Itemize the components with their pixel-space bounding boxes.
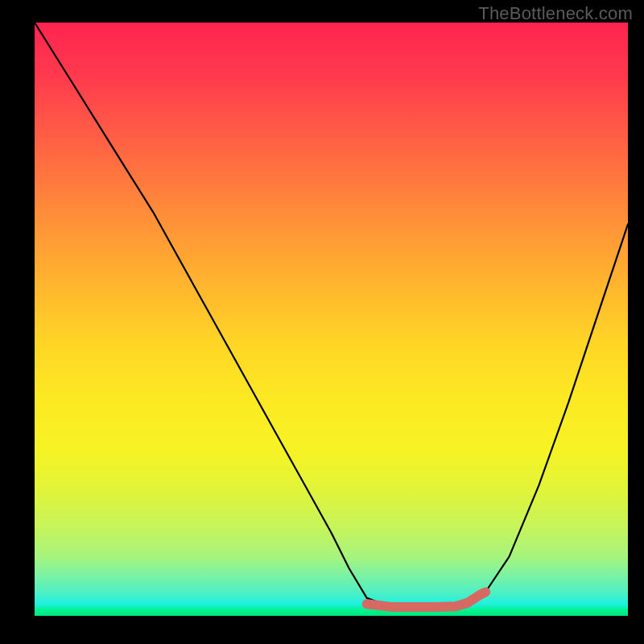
watermark-label: TheBottleneck.com bbox=[478, 3, 633, 24]
sweet-spot-path bbox=[367, 592, 485, 607]
sweet-spot-start-marker bbox=[362, 600, 371, 609]
curve-overlay bbox=[35, 23, 628, 616]
chart-frame: TheBottleneck.com bbox=[0, 0, 644, 644]
bottleneck-curve-path bbox=[35, 23, 628, 607]
plot-area bbox=[35, 23, 628, 616]
